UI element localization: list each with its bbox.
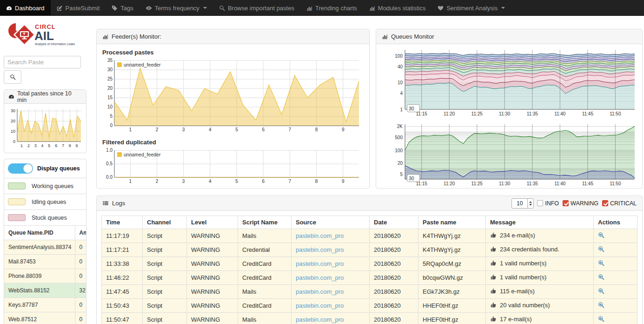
svg-text:3: 3 bbox=[34, 143, 37, 148]
search-button[interactable] bbox=[4, 70, 21, 84]
tag-icon bbox=[112, 5, 118, 11]
log-script-name: Credential bbox=[238, 243, 292, 257]
filter-warning[interactable]: WARNING bbox=[563, 200, 598, 207]
zoom-in-icon[interactable] bbox=[598, 246, 604, 254]
zoom-in-icon[interactable] bbox=[598, 288, 604, 296]
checkbox-info[interactable] bbox=[537, 200, 543, 206]
logs-header-paste-name: Paste name bbox=[418, 216, 486, 229]
search-paste-input[interactable] bbox=[4, 56, 81, 68]
log-level: WARNING bbox=[187, 299, 238, 313]
sidebar: CIRCL AIL Analysis of Information Leaks … bbox=[4, 20, 86, 324]
source-link[interactable]: pastebin.com_pro bbox=[296, 260, 344, 267]
circl-ail-logo: CIRCL AIL Analysis of Information Leaks bbox=[4, 20, 86, 56]
svg-text:AIL: AIL bbox=[34, 29, 54, 43]
nav-link-sentiment-analysis[interactable]: Sentiment Analysis bbox=[432, 0, 511, 16]
nav-link-browse-important-pastes[interactable]: Browse important pastes bbox=[213, 0, 300, 16]
source-link[interactable]: pastebin.com_pro bbox=[296, 246, 344, 253]
filter-critical[interactable]: CRITICAL bbox=[602, 200, 637, 207]
svg-text:10: 10 bbox=[107, 104, 113, 109]
log-actions bbox=[594, 271, 637, 285]
queue-amount: 0 bbox=[75, 240, 86, 255]
message-text: 20 valid number(s) bbox=[500, 302, 550, 309]
nav-label: Browse important pastes bbox=[228, 5, 294, 12]
nav-link-dashboard[interactable]: Dashboard bbox=[0, 0, 51, 16]
log-channel: Script bbox=[143, 257, 187, 271]
log-time: 11:46:22 bbox=[102, 271, 143, 285]
nav-label: PasteSubmit bbox=[66, 5, 100, 12]
page-size-select[interactable]: 10 bbox=[511, 198, 534, 209]
nav-link-modules-statistics[interactable]: Modules statistics bbox=[363, 0, 432, 16]
zoom-in-icon[interactable] bbox=[598, 316, 604, 324]
nav-link-tags[interactable]: Tags bbox=[106, 0, 139, 16]
tachometer-icon bbox=[6, 5, 12, 11]
source-link[interactable]: pastebin.com_pro bbox=[296, 302, 344, 309]
svg-text:1: 1 bbox=[20, 143, 23, 148]
svg-text:25: 25 bbox=[107, 76, 113, 81]
log-channel: Script bbox=[143, 243, 187, 257]
zoom-in-icon[interactable] bbox=[598, 274, 604, 282]
logs-panel-title: Logs bbox=[112, 200, 125, 207]
zoom-in-icon[interactable] bbox=[598, 260, 604, 268]
svg-text:20: 20 bbox=[107, 86, 113, 91]
log-row: 11:17:19ScriptWARNINGMailspastebin.com_p… bbox=[102, 229, 637, 243]
filter-info[interactable]: INFO bbox=[537, 200, 559, 207]
working-queues-swatch bbox=[8, 182, 26, 189]
log-time: 11:50:43 bbox=[102, 299, 143, 313]
log-paste-name: EGk7JK3h.gz bbox=[418, 285, 486, 299]
page-body: CIRCL AIL Analysis of Information Leaks … bbox=[0, 16, 644, 324]
log-level-filters: INFOWARNINGCRITICAL bbox=[537, 200, 637, 207]
roll-period-input[interactable] bbox=[407, 104, 420, 112]
chevron-down-icon bbox=[501, 7, 505, 9]
total-pastes-title: Total pastes since 10 min bbox=[17, 90, 82, 103]
nav-link-pastesubmit[interactable]: PasteSubmit bbox=[51, 0, 106, 16]
legend-item-working: Working queues bbox=[4, 178, 86, 194]
svg-text:2: 2 bbox=[156, 179, 159, 184]
svg-text:7: 7 bbox=[62, 143, 64, 148]
zoom-in-icon[interactable] bbox=[598, 302, 604, 310]
checkbox-warning[interactable] bbox=[563, 200, 569, 206]
log-row: 11:46:22ScriptWARNINGCreditCardpastebin.… bbox=[102, 271, 637, 285]
svg-text:5: 5 bbox=[400, 172, 403, 177]
processed-pastes-title: Processed pastes bbox=[102, 49, 365, 56]
log-message: 20 valid number(s) bbox=[486, 299, 594, 313]
source-link[interactable]: pastebin.com_pro bbox=[296, 232, 344, 239]
log-paste-name: HHEF0tHf.gz bbox=[418, 299, 486, 313]
svg-text:10: 10 bbox=[11, 129, 15, 134]
filter-label: INFO bbox=[545, 200, 559, 207]
filtered-duplicated-chart: 1234567890.00.51.0unnamed_feeder bbox=[101, 147, 365, 188]
log-channel: Script bbox=[143, 285, 187, 299]
thumbs-up-icon bbox=[490, 316, 497, 324]
svg-text:11:30: 11:30 bbox=[499, 181, 511, 186]
svg-text:5: 5 bbox=[110, 114, 113, 119]
nav-link-terms-frequency[interactable]: Terms frequency bbox=[139, 0, 213, 16]
zoom-in-icon[interactable] bbox=[598, 232, 604, 240]
log-time: 11:50:47 bbox=[102, 313, 143, 324]
filter-label: WARNING bbox=[571, 200, 598, 207]
source-link[interactable]: pastebin.com_pro bbox=[296, 274, 344, 281]
source-link[interactable]: pastebin.com_pro bbox=[296, 288, 344, 295]
chart-legend: unnamed_feeder bbox=[117, 62, 160, 68]
roll-period-input[interactable] bbox=[407, 174, 420, 182]
message-text: 234 e-mail(s) bbox=[500, 232, 535, 239]
logs-header-actions: Actions bbox=[594, 216, 637, 229]
svg-text:11:50: 11:50 bbox=[610, 181, 621, 186]
log-date: 20180620 bbox=[370, 229, 418, 243]
svg-text:5: 5 bbox=[235, 179, 238, 184]
log-source: pastebin.com_pro bbox=[292, 285, 370, 299]
svg-text:4: 4 bbox=[209, 179, 212, 184]
logs-table: TimeChannelLevelScript NameSourceDatePas… bbox=[101, 216, 637, 324]
display-queues-toggle[interactable] bbox=[8, 163, 33, 174]
svg-text:11:40: 11:40 bbox=[554, 111, 566, 116]
log-channel: Script bbox=[143, 271, 187, 285]
svg-text:2K: 2K bbox=[397, 124, 403, 129]
log-time: 11:17:21 bbox=[102, 243, 143, 257]
svg-text:100: 100 bbox=[395, 148, 403, 153]
nav-item-dashboard: Dashboard bbox=[0, 0, 51, 16]
log-message: 1 valid number(s) bbox=[486, 271, 594, 285]
queue-amount: 0 bbox=[75, 269, 86, 284]
checkbox-critical[interactable] bbox=[602, 200, 608, 206]
nav-link-trending-charts[interactable]: Trending charts bbox=[300, 0, 363, 16]
source-link[interactable]: pastebin.com_pro bbox=[296, 316, 344, 323]
svg-text:3: 3 bbox=[182, 127, 185, 132]
svg-text:15: 15 bbox=[107, 95, 113, 100]
